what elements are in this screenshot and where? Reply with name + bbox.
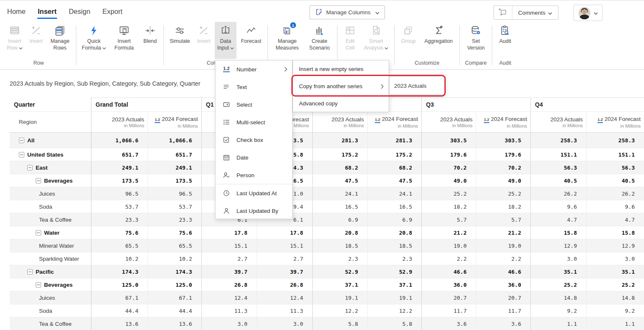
value-cell[interactable]: 53.7 <box>148 200 201 213</box>
row-label-cell[interactable]: Soda <box>10 200 91 213</box>
value-cell[interactable]: 12.9 <box>586 239 644 252</box>
value-cell[interactable]: 75.6 <box>91 226 148 239</box>
value-cell[interactable]: 11.7 <box>421 304 476 317</box>
collapse-icon[interactable] <box>36 282 41 288</box>
value-cell[interactable]: 175.2 <box>312 148 367 161</box>
value-cell[interactable]: 9.6 <box>530 200 586 213</box>
row-label-cell[interactable]: Beverages <box>10 278 91 291</box>
measure-header[interactable]: 2023 Actualsin Millions <box>91 112 148 132</box>
value-cell[interactable]: 36.0 <box>476 278 530 291</box>
quarter-header[interactable]: Grand Total <box>91 97 201 111</box>
value-cell[interactable]: 26.2 <box>586 187 644 200</box>
value-cell[interactable]: 68.2 <box>367 161 421 174</box>
row-label-cell[interactable]: United States <box>10 148 91 161</box>
value-cell[interactable]: 10.2 <box>91 252 148 265</box>
value-cell[interactable]: 173.5 <box>91 174 148 187</box>
value-cell[interactable]: 23.3 <box>91 213 148 226</box>
value-cell[interactable]: 24.1 <box>312 187 367 200</box>
value-cell[interactable]: 175.2 <box>367 148 421 161</box>
row-label-cell[interactable]: Pacific <box>10 265 91 278</box>
value-cell[interactable]: 56.3 <box>586 161 644 174</box>
menu-item-last-updated-by[interactable]: Last Updated By <box>216 202 292 220</box>
menu-item-text[interactable]: Text <box>216 78 292 96</box>
value-cell[interactable]: 151.1 <box>586 148 644 161</box>
row-label-cell[interactable]: Water <box>10 226 91 239</box>
collapse-icon[interactable] <box>19 152 24 157</box>
value-cell[interactable]: 17.8 <box>257 226 312 239</box>
row-label-cell[interactable]: Tea & Coffee <box>10 317 91 330</box>
value-cell[interactable]: 4.7 <box>530 213 586 226</box>
value-cell[interactable]: 2.2 <box>421 252 476 265</box>
value-cell[interactable]: 1,066.6 <box>148 133 201 148</box>
value-cell[interactable]: 49.0 <box>421 174 476 187</box>
value-cell[interactable]: 14.8 <box>586 291 644 304</box>
value-cell[interactable]: 5.8 <box>367 317 421 330</box>
value-cell[interactable]: 9.6 <box>586 200 644 213</box>
value-cell[interactable]: 173.5 <box>148 174 201 187</box>
value-cell[interactable]: 26.8 <box>257 278 312 291</box>
value-cell[interactable]: 16.5 <box>367 200 421 213</box>
value-cell[interactable]: 5.7 <box>476 213 530 226</box>
collapse-icon[interactable] <box>19 138 24 143</box>
value-cell[interactable]: 16.5 <box>312 200 367 213</box>
value-cell[interactable]: 47.5 <box>312 174 367 187</box>
value-cell[interactable]: 13.6 <box>148 317 201 330</box>
value-cell[interactable]: 15.8 <box>530 226 586 239</box>
menu-item-number[interactable]: 1.2Number <box>216 60 292 78</box>
value-cell[interactable]: 35.1 <box>586 265 644 278</box>
measure-header[interactable]: 1.22024 Forecastin Millions <box>476 112 530 132</box>
value-cell[interactable]: 37.1 <box>312 278 367 291</box>
value-cell[interactable]: 1.1 <box>530 317 586 330</box>
value-cell[interactable]: 2.3 <box>312 252 367 265</box>
value-cell[interactable]: 19.0 <box>476 239 530 252</box>
value-cell[interactable]: 125.0 <box>91 278 148 291</box>
region-corner-header[interactable]: Region <box>10 112 91 132</box>
value-cell[interactable]: 258.3 <box>586 133 644 148</box>
value-cell[interactable]: 3.0 <box>586 252 644 265</box>
data-input-button[interactable]: DataInput <box>215 22 236 59</box>
value-cell[interactable]: 25.2 <box>586 278 644 291</box>
tab-design[interactable]: Design <box>68 6 91 17</box>
measure-header[interactable]: 2023 Actualsin Millions <box>421 112 476 132</box>
set-version-button[interactable]: SetVersion <box>463 22 489 59</box>
aggregation-button[interactable]: Aggregation <box>421 22 457 59</box>
value-cell[interactable]: 20.8 <box>312 226 367 239</box>
value-cell[interactable]: 249.1 <box>148 161 201 174</box>
value-cell[interactable]: 19.0 <box>421 239 476 252</box>
value-cell[interactable]: 49.0 <box>476 174 530 187</box>
row-label-cell[interactable]: Mineral Water <box>10 239 91 252</box>
audit-button[interactable]: Audit <box>495 22 515 59</box>
value-cell[interactable]: 151.1 <box>530 148 586 161</box>
value-cell[interactable]: 15.1 <box>201 239 257 252</box>
value-cell[interactable]: 12.4 <box>201 291 257 304</box>
manage-measures-button[interactable]: 1ManageMeasures <box>271 22 304 59</box>
value-cell[interactable]: 26.8 <box>201 278 257 291</box>
tab-home[interactable]: Home <box>7 6 26 17</box>
collapse-icon[interactable] <box>36 230 41 236</box>
row-label-cell[interactable]: Juices <box>10 291 91 304</box>
value-cell[interactable]: 67.1 <box>148 291 201 304</box>
blend-button[interactable]: Blend <box>140 22 161 59</box>
value-cell[interactable]: 12.2 <box>367 304 421 317</box>
value-cell[interactable]: 18.5 <box>367 239 421 252</box>
value-cell[interactable]: 13.6 <box>91 317 148 330</box>
value-cell[interactable]: 21.2 <box>421 226 476 239</box>
value-cell[interactable]: 5.7 <box>421 213 476 226</box>
value-cell[interactable]: 174.3 <box>91 265 148 278</box>
simulate-button[interactable]: Simulate <box>167 22 193 59</box>
measure-header[interactable]: 1.22024 Forecastin Millions <box>586 112 644 132</box>
menu-item-select[interactable]: Select <box>216 96 292 113</box>
quick-formula-button[interactable]: QuickFormula <box>79 22 109 59</box>
value-cell[interactable]: 44.4 <box>91 304 148 317</box>
value-cell[interactable]: 1.1 <box>586 317 644 330</box>
value-cell[interactable]: 37.1 <box>367 278 421 291</box>
collapse-icon[interactable] <box>27 269 33 275</box>
insert-formula-button[interactable]: InsertFormula <box>110 22 138 59</box>
submenu-item-advanced-copy[interactable]: Advanced copy <box>293 95 389 112</box>
row-label-cell[interactable]: Soda <box>10 304 91 317</box>
add-comment-button[interactable] <box>494 6 512 19</box>
value-cell[interactable]: 25.2 <box>530 278 586 291</box>
value-cell[interactable]: 125.0 <box>148 278 201 291</box>
value-cell[interactable]: 25.2 <box>421 187 476 200</box>
value-cell[interactable]: 281.3 <box>312 133 367 148</box>
